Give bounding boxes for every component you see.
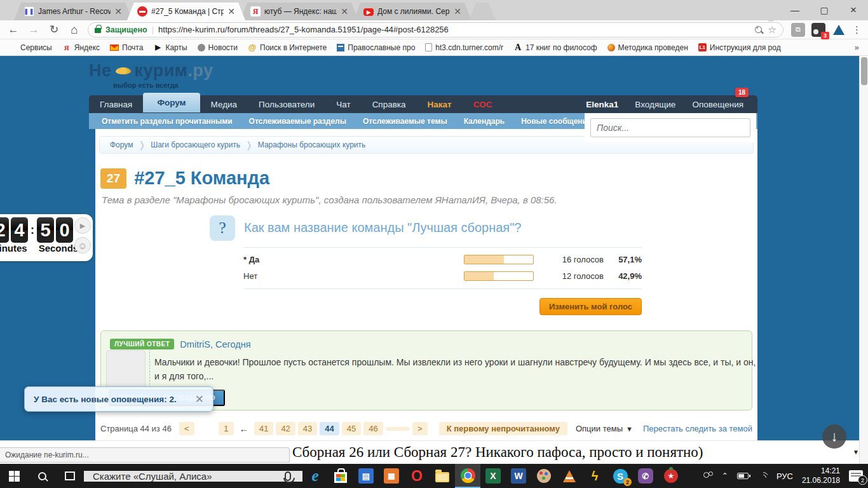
page-button-42[interactable]: 42	[276, 422, 295, 435]
bookmark-instruction[interactable]: L1 Инструкция для род	[695, 42, 784, 53]
username-link[interactable]: Elenka1	[586, 100, 618, 109]
nav-forum[interactable]: Форум	[143, 93, 200, 112]
url-text[interactable]: https://ne-kurim.ru/forum/threads/27_5-k…	[158, 25, 750, 34]
close-icon[interactable]: ✕	[195, 393, 204, 406]
best-answer-author-link[interactable]: DmitriS, Сегодня	[180, 339, 250, 349]
subnav-mark-read[interactable]: Отметить разделы прочитанными	[102, 117, 233, 126]
taskbar-mail[interactable]: ▤	[353, 464, 379, 488]
people-icon[interactable]	[703, 471, 713, 480]
page-jump-button[interactable]	[386, 427, 410, 431]
page-button-46[interactable]: 46	[363, 422, 383, 435]
taskbar-edge[interactable]: e	[302, 464, 328, 488]
bookmark-news[interactable]: Новости	[194, 42, 241, 53]
page-button-44-current[interactable]: 44	[320, 422, 339, 435]
taskbar-vlc[interactable]	[557, 464, 582, 488]
tab-close-icon[interactable]: ✕	[114, 7, 122, 16]
url-box[interactable]: Защищено | https://ne-kurim.ru/forum/thr…	[88, 22, 783, 37]
page-button-43[interactable]: 43	[298, 422, 317, 435]
alerts-link[interactable]: Оповещения	[692, 100, 743, 109]
nav-home[interactable]: Главная	[89, 96, 143, 113]
taskbar-chrome-active[interactable]	[455, 464, 480, 488]
bookmark-services[interactable]: Сервисы	[5, 42, 55, 53]
caret-down-icon[interactable]: ▼	[853, 449, 859, 456]
yandex-browser-extension-icon[interactable]	[832, 23, 846, 37]
tab-close-icon[interactable]: ✕	[227, 7, 235, 16]
tab-youtube[interactable]: ▶ Дом с лилиями. Серия 7 ✕	[353, 3, 471, 20]
subnav-watched-forums[interactable]: Отслеживаемые разделы	[249, 117, 346, 126]
bookmark-star-icon[interactable]: ☆	[768, 24, 776, 36]
taskbar-paint[interactable]	[531, 464, 557, 488]
page-button-45[interactable]: 45	[342, 422, 361, 435]
tab-close-icon[interactable]: ✕	[341, 7, 348, 16]
tab-close-icon[interactable]: ✕	[454, 7, 461, 16]
scrollbar-thumb[interactable]	[861, 57, 867, 85]
bookmark-method[interactable]: Методика проведен	[604, 42, 691, 53]
taskbar-tomato-app[interactable]: ★	[658, 464, 684, 488]
tab-james-arthur[interactable]: ❚❚ James Arthur - Recovery ✕	[14, 3, 132, 20]
security-label[interactable]: Защищено	[105, 25, 147, 34]
bookmarks-extension-icon[interactable]: ⧉	[791, 23, 805, 37]
unwatch-thread-link[interactable]: Перестать следить за темой	[643, 424, 752, 433]
nav-chat[interactable]: Чат	[325, 96, 361, 113]
new-tab-button[interactable]	[469, 3, 496, 20]
taskbar-excel[interactable]: X	[480, 464, 506, 488]
nav-sos[interactable]: СОС	[463, 96, 503, 113]
taskbar-word[interactable]: W	[506, 464, 531, 488]
action-center-icon[interactable]: 2	[849, 470, 863, 482]
site-logo[interactable]: Не курим.ру	[89, 61, 213, 81]
start-button[interactable]	[0, 464, 28, 488]
nav-users[interactable]: Пользователи	[248, 96, 325, 113]
search-input[interactable]	[590, 118, 750, 137]
bookmarks-overflow-icon[interactable]: »	[855, 43, 863, 52]
scroll-to-bottom-button[interactable]: ↓	[822, 424, 846, 449]
page-next-button[interactable]: >	[412, 422, 428, 435]
taskbar-photos[interactable]: ▦	[379, 464, 404, 488]
nav-nakat[interactable]: Накат	[417, 96, 463, 113]
bookmark-turner[interactable]: ht3.cdn.turner.com/r	[422, 42, 506, 53]
tab-forum-active[interactable]: #27_5 Команда | Страни ✕	[127, 3, 245, 20]
first-unread-button[interactable]: К первому непрочитанному	[439, 422, 567, 435]
change-vote-button[interactable]: Изменить мой голос	[539, 298, 642, 315]
page-prev-button[interactable]: <	[179, 422, 194, 435]
menu-dots-icon[interactable]: ⋮	[852, 24, 862, 36]
taskbar-viber[interactable]: ✆	[633, 464, 658, 488]
taskbar-skype[interactable]: S2	[607, 464, 633, 488]
bookmark-maps[interactable]: ▶ Карты	[150, 42, 190, 53]
breadcrumb-forum[interactable]: Форум	[110, 140, 133, 149]
breadcrumb-marathons[interactable]: Марафоны бросающих курить	[258, 140, 365, 149]
play-button[interactable]: ▶	[74, 217, 91, 234]
close-button[interactable]: ×	[839, 4, 868, 17]
breadcrumb-steps[interactable]: Шаги бросающего курить	[151, 140, 240, 149]
page-button-41[interactable]: 41	[254, 422, 273, 435]
bookmark-web-search[interactable]: @ Поиск в Интернете	[245, 42, 330, 53]
taskbar-search-button[interactable]	[28, 464, 56, 488]
forward-icon[interactable]: →	[27, 24, 41, 36]
bookmark-philosophy-books[interactable]: A 17 книг по философ	[510, 42, 600, 53]
back-icon[interactable]: ←	[6, 24, 20, 36]
battery-icon[interactable]	[737, 473, 749, 479]
reload-icon[interactable]: ↻	[47, 23, 61, 36]
smiley-button[interactable]: ☺	[74, 237, 91, 254]
nav-help[interactable]: Справка	[362, 96, 417, 113]
extension-with-badge-icon[interactable]: 3	[811, 23, 825, 37]
task-view-button[interactable]	[56, 464, 84, 488]
taskbar-winamp[interactable]: ϟ	[582, 464, 607, 488]
clock[interactable]: 14:21 21.06.2018	[802, 466, 840, 485]
arrow-left-icon[interactable]: ←	[236, 423, 252, 434]
language-indicator[interactable]: РУС	[776, 471, 793, 481]
bookmark-orthodox[interactable]: Православные про	[334, 42, 418, 53]
thread-options-menu[interactable]: Опции темы▼	[576, 424, 633, 433]
taskbar-store[interactable]	[328, 464, 353, 488]
microphone-icon[interactable]	[285, 471, 291, 481]
nav-media[interactable]: Медиа	[200, 96, 248, 113]
taskbar-file-explorer[interactable]	[430, 464, 455, 488]
subnav-calendar[interactable]: Календарь	[464, 117, 505, 126]
tab-yandex-search[interactable]: Я ютуб — Яндекс: нашлос ✕	[240, 3, 358, 20]
subnav-new-posts[interactable]: Новые сообщения	[521, 117, 592, 126]
alice-search-box[interactable]: Скажите «Слушай, Алиса»	[84, 471, 302, 482]
zoom-icon[interactable]	[755, 26, 762, 33]
wifi-icon[interactable]	[757, 472, 768, 480]
home-icon[interactable]: ⌂	[67, 23, 81, 37]
hidden-icons-caret[interactable]: ⌃	[722, 471, 728, 480]
bookmark-yandex[interactable]: Я Яндекс	[59, 42, 103, 53]
